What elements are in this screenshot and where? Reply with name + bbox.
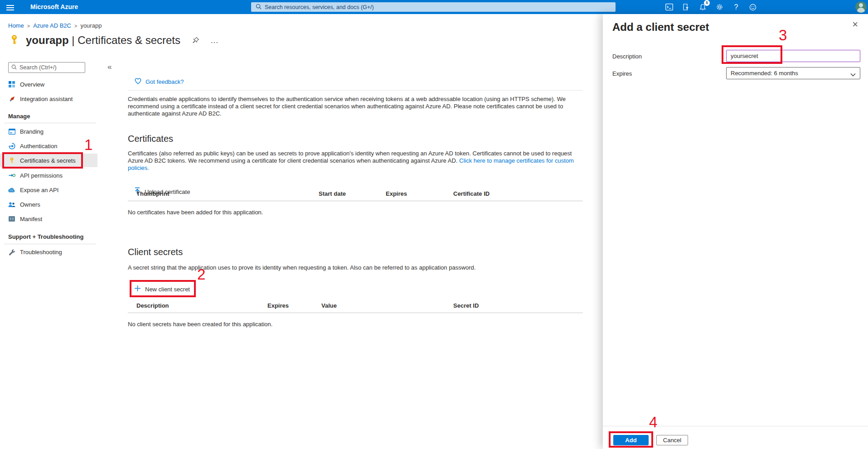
cert-col-thumbprint: Thumbprint [136,190,169,197]
integration-assistant-icon [8,95,15,102]
cloud-shell-icon[interactable] [664,3,674,12]
client-secrets-description: A secret string that the application use… [128,264,586,271]
sidebar-item-label: Overview [20,81,44,88]
sidebar-item-authentication[interactable]: Authentication [0,140,97,152]
page-title-row: yourapp | Certificates & secrets … [9,34,218,47]
sidebar-item-label: Integration assistant [20,96,73,102]
search-icon [256,4,262,11]
sidebar-section-support: Support + Troubleshooting [8,233,83,240]
certificates-description: Certificates (also referred as public ke… [128,150,586,172]
owners-people-icon [8,201,15,208]
sidebar-section-manage: Manage [8,113,30,120]
menu-icon[interactable] [6,4,14,10]
pin-icon[interactable] [192,37,199,44]
sidebar-item-integration-assistant[interactable]: Integration assistant [0,93,97,105]
sidebar-divider [4,123,96,123]
secret-table-divider [128,313,583,313]
expires-label: Expires [612,70,632,77]
secret-col-value: Value [321,302,337,309]
cert-table-divider [128,201,583,201]
sidebar-divider [4,244,96,244]
sidebar-search-input[interactable]: Search (Ctrl+/) [8,62,85,73]
secret-col-secret-id: Secret ID [453,302,479,309]
key-icon [8,157,15,164]
manifest-icon [8,215,15,222]
secret-col-description: Description [136,302,169,309]
expires-value: Recommended: 6 months [731,70,798,77]
sidebar-item-troubleshooting[interactable]: Troubleshooting [0,246,97,258]
description-input[interactable]: yoursecret [726,50,860,62]
credentials-intro-text: Credentials enable applications to ident… [128,96,581,117]
sidebar-item-label: Manifest [20,216,42,222]
chevron-down-icon [850,71,856,78]
page: Home > Azure AD B2C > yourapp yourapp | … [0,14,868,449]
breadcrumb-separator: > [74,23,77,29]
breadcrumb-home[interactable]: Home [8,22,24,29]
description-value: yoursecret [731,53,758,59]
sidebar-item-label: Owners [20,201,40,208]
certificates-heading: Certificates [128,134,173,144]
app-title[interactable]: Microsoft Azure [30,3,78,10]
breadcrumb-separator: > [27,23,30,29]
global-search-input[interactable]: Search resources, services, and docs (G+… [251,2,616,12]
cert-col-start-date: Start date [319,190,346,197]
top-bar: Microsoft Azure Search resources, servic… [0,0,868,14]
add-client-secret-panel: Add a client secret × Description yourse… [603,14,868,449]
sidebar-item-label: Branding [20,128,44,135]
settings-gear-icon[interactable] [715,3,724,12]
notifications-bell-icon[interactable]: 5 [698,3,707,12]
cancel-button[interactable]: Cancel [656,435,688,445]
breadcrumb-current: yourapp [80,22,102,29]
add-button[interactable]: Add [613,435,649,445]
got-feedback-link[interactable]: Got feedback? [134,77,184,86]
avatar[interactable] [855,1,867,13]
expires-dropdown[interactable]: Recommended: 6 months [726,67,860,79]
new-client-secret-button[interactable]: New client secret [134,285,190,293]
sidebar-item-manifest[interactable]: Manifest [0,213,97,225]
more-options-icon[interactable]: … [210,36,218,45]
breadcrumb: Home > Azure AD B2C > yourapp [8,22,102,29]
cert-col-expires: Expires [386,190,407,197]
secret-col-expires: Expires [267,302,289,309]
sidebar-search-placeholder: Search (Ctrl+/) [19,64,57,71]
description-label: Description [612,53,642,60]
cloud-icon [8,186,15,193]
cert-col-certificate-id: Certificate ID [453,190,490,197]
branding-icon [8,128,15,135]
client-secrets-heading: Client secrets [128,247,183,257]
sidebar-item-label: API permissions [20,172,63,179]
client-secrets-empty-message: No client secrets have been created for … [128,321,272,328]
authentication-icon [8,142,15,150]
sidebar-item-overview[interactable]: Overview [0,78,97,90]
help-icon[interactable]: ? [732,3,741,12]
wrench-icon [8,248,15,256]
feedback-smiley-icon[interactable] [748,3,757,12]
topbar-icons: 5 ? [664,0,757,14]
global-search-placeholder: Search resources, services, and docs (G+… [265,4,374,10]
notification-badge: 5 [704,0,710,6]
sidebar-item-label: Expose an API [20,187,58,193]
panel-title: Add a client secret [612,21,709,34]
close-icon[interactable]: × [852,19,858,29]
plus-icon [134,285,141,293]
sidebar-item-expose-an-api[interactable]: Expose an API [0,184,97,196]
sidebar-item-label: Troubleshooting [20,249,62,256]
sidebar-item-api-permissions[interactable]: API permissions [0,169,97,181]
directory-filter-icon[interactable] [681,3,690,12]
sidebar-item-owners[interactable]: Owners [0,198,97,210]
heart-icon [134,77,142,86]
got-feedback-label: Got feedback? [145,78,184,85]
api-permissions-icon [8,172,15,179]
sidebar-item-branding[interactable]: Branding [0,126,97,137]
search-icon [11,64,17,71]
collapse-menu-button[interactable]: « [107,63,112,72]
new-client-secret-label: New client secret [145,286,190,293]
sidebar-item-certificates-secrets[interactable]: Certificates & secrets [0,154,97,167]
sidebar-item-label: Certificates & secrets [20,157,76,164]
certificates-empty-message: No certificates have been added for this… [128,209,263,216]
sidebar-item-label: Authentication [20,143,57,150]
certificates-key-icon [9,34,19,47]
panel-footer-divider [603,426,868,426]
breadcrumb-azure-ad-b2c[interactable]: Azure AD B2C [33,22,71,29]
content-divider [128,90,583,91]
